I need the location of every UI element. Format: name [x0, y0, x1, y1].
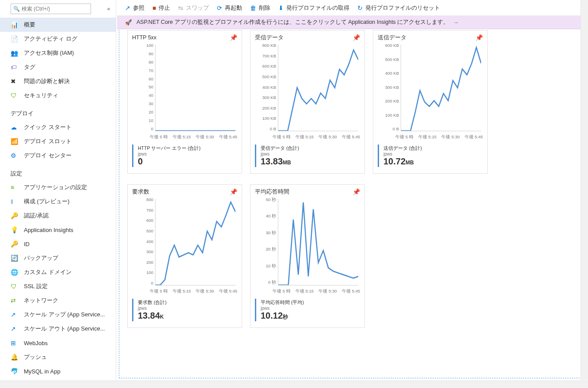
sidebar-item-label: WebJobs: [24, 340, 48, 346]
metric-resource: jpws: [138, 306, 237, 311]
y-axis: 600 KB500 KB400 KB300 KB200 KB100 KB0 B: [378, 43, 399, 131]
sidebar-item-label: クイック スタート: [24, 123, 72, 131]
metric-block: HTTP サーバー エラー (合計)jpws0: [132, 145, 237, 167]
card-title: 送信データ: [378, 34, 406, 42]
card-title: 受信データ: [255, 34, 284, 42]
sidebar-item[interactable]: 🔑認証/承認: [0, 209, 116, 223]
sidebar-item-icon: 💡: [11, 226, 19, 233]
metric-value: 10.12秒: [261, 311, 360, 320]
sidebar-item[interactable]: 🌐カスタム ドメイン: [0, 265, 116, 279]
pin-icon[interactable]: 📌: [353, 188, 360, 195]
sidebar-item-label: アクセス制御 (IAM): [24, 49, 74, 57]
browse-button[interactable]: ↗ 参照: [125, 4, 144, 12]
chart-area: 800 KB700 KB600 KB500 KB400 KB300 KB200 …: [255, 43, 360, 140]
toolbar-label: 再起動: [225, 4, 242, 12]
banner-text: ASP.NET Core アプリの監視とプロファイル作成を行うには、ここをクリッ…: [137, 19, 449, 26]
sidebar-item-icon: ⇄: [11, 297, 19, 304]
sidebar-item-label: デプロイ スロット: [24, 137, 72, 145]
sidebar-item[interactable]: ↗スケール アウト (App Service...: [0, 322, 116, 336]
sidebar-item[interactable]: 🔄バックアップ: [0, 251, 116, 265]
toolbar-label: 発行プロファイルの取得: [286, 4, 349, 12]
sidebar-item[interactable]: ≡アプリケーションの設定: [0, 180, 116, 194]
get-publish-profile-button[interactable]: ⬇ 発行プロファイルの取得: [278, 4, 349, 12]
card-title: 要求数: [132, 188, 149, 196]
sidebar-item-label: デプロイ センター: [24, 152, 72, 160]
app-insights-banner[interactable]: 🚀 ASP.NET Core アプリの監視とプロファイル作成を行うには、ここをク…: [117, 16, 588, 29]
pin-icon[interactable]: 📌: [353, 34, 360, 41]
sidebar-item-icon: 🔑: [11, 240, 19, 247]
sidebar-item[interactable]: 🛡SSL 設定: [0, 279, 116, 293]
sidebar-item[interactable]: 🛡セキュリティ: [0, 88, 116, 103]
sidebar-item[interactable]: ✖問題の診断と解決: [0, 74, 116, 88]
card-title: 平均応答時間: [255, 188, 289, 196]
pin-icon[interactable]: 📌: [475, 34, 483, 41]
sidebar-item-label: セキュリティ: [24, 91, 58, 99]
y-axis: 1009080706050403020100: [132, 43, 153, 131]
dashboard-content: HTTP 5xx📌1009080706050403020100午後 5 時午後 …: [119, 30, 586, 378]
chart-area: 50 秒40 秒30 秒20 秒10 秒0 秒午後 5 時午後 5:15午後 5…: [255, 197, 360, 294]
sidebar-item-label: 構成 (プレビュー): [24, 198, 69, 205]
sidebar-item-label: Application Insights: [24, 227, 73, 233]
sidebar-item[interactable]: 👥アクセス制御 (IAM): [0, 46, 116, 60]
sidebar-item-icon: 🐬: [11, 368, 19, 375]
external-link-icon: ↗: [125, 4, 130, 11]
sidebar-item[interactable]: 💡Application Insights: [0, 223, 116, 237]
swap-button: ⇆ スワップ: [178, 4, 209, 12]
sidebar-item[interactable]: ↗スケール アップ (App Service...: [0, 308, 116, 322]
sidebar-item-icon: 📶: [11, 138, 19, 145]
sidebar-item-icon: ↗: [11, 325, 19, 332]
sidebar-item-label: 認証/承認: [24, 212, 49, 220]
metric-resource: jpws: [138, 152, 237, 156]
sidebar-item[interactable]: 🐬MySQL in App: [0, 364, 116, 378]
reset-icon: ↻: [357, 4, 363, 11]
plot: [155, 199, 235, 285]
restart-button[interactable]: ⟳ 再起動: [217, 4, 242, 12]
pin-icon[interactable]: 📌: [230, 34, 237, 41]
metric-label: 要求数 (合計): [138, 300, 237, 306]
sidebar-item-label: SSL 設定: [24, 282, 48, 290]
sidebar-item-label: アプリケーションの設定: [24, 183, 87, 191]
sidebar-item-label: MySQL in App: [24, 368, 61, 375]
stop-button[interactable]: ■ 停止: [152, 4, 170, 12]
stop-icon: ■: [152, 4, 156, 11]
metric-resource: jpws: [261, 152, 360, 156]
card-title: HTTP 5xx: [132, 34, 156, 41]
sidebar: 🔍 « 📊概要📄アクティビティ ログ👥アクセス制御 (IAM)🏷タグ✖問題の診断…: [0, 0, 116, 380]
horizontal-scrollbar[interactable]: [0, 380, 588, 388]
download-icon: ⬇: [278, 4, 284, 11]
y-axis: 50 秒40 秒30 秒20 秒10 秒0 秒: [255, 197, 276, 285]
restart-icon: ⟳: [217, 4, 222, 11]
y-axis: 800 KB700 KB600 KB500 KB400 KB300 KB200 …: [255, 43, 276, 131]
chart-area: 8007006005004003002001000午後 5 時午後 5:15午後…: [132, 197, 237, 294]
pin-icon[interactable]: 📌: [230, 188, 237, 195]
delete-button[interactable]: 🗑 削除: [250, 4, 270, 12]
sidebar-item-icon: ☁: [11, 124, 19, 131]
x-axis: 午後 5 時午後 5:15午後 5:30午後 5:45: [150, 289, 237, 294]
sidebar-item[interactable]: 🔑ID: [0, 237, 116, 251]
sidebar-item[interactable]: 🔔プッシュ: [0, 350, 116, 364]
vertical-scrollbar[interactable]: [580, 0, 588, 380]
sidebar-item-icon: 👥: [11, 49, 19, 57]
sidebar-item[interactable]: ⇄ネットワーク: [0, 293, 116, 308]
reset-publish-profile-button[interactable]: ↻ 発行プロファイルのリセット: [357, 4, 440, 12]
sidebar-item[interactable]: 📄アクティビティ ログ: [0, 32, 116, 46]
sidebar-item-label: スケール アウト (App Service...: [24, 325, 105, 333]
sidebar-item-icon: 🛡: [11, 92, 19, 99]
plot: [155, 45, 235, 131]
sidebar-item[interactable]: 📊概要: [0, 18, 116, 32]
sidebar-item-icon: 🌐: [11, 269, 19, 276]
collapse-sidebar-button[interactable]: «: [103, 4, 114, 14]
sidebar-item[interactable]: ⚙デプロイ センター: [0, 148, 116, 163]
sidebar-item[interactable]: ⊞WebJobs: [0, 336, 116, 350]
metric-resource: jpws: [261, 306, 360, 311]
search-input[interactable]: [11, 4, 91, 14]
sidebar-item[interactable]: 🏷タグ: [0, 60, 116, 74]
sidebar-item[interactable]: ⦀構成 (プレビュー): [0, 194, 116, 209]
metric-card: 要求数📌8007006005004003002001000午後 5 時午後 5:…: [127, 184, 242, 328]
sidebar-item-icon: 🛡: [11, 283, 19, 290]
plot: [278, 45, 358, 131]
sidebar-item-label: 問題の診断と解決: [24, 77, 70, 85]
sidebar-item[interactable]: 📶デプロイ スロット: [0, 134, 116, 148]
metric-block: 要求数 (合計)jpws13.84K: [132, 299, 237, 321]
sidebar-item[interactable]: ☁クイック スタート: [0, 120, 116, 134]
